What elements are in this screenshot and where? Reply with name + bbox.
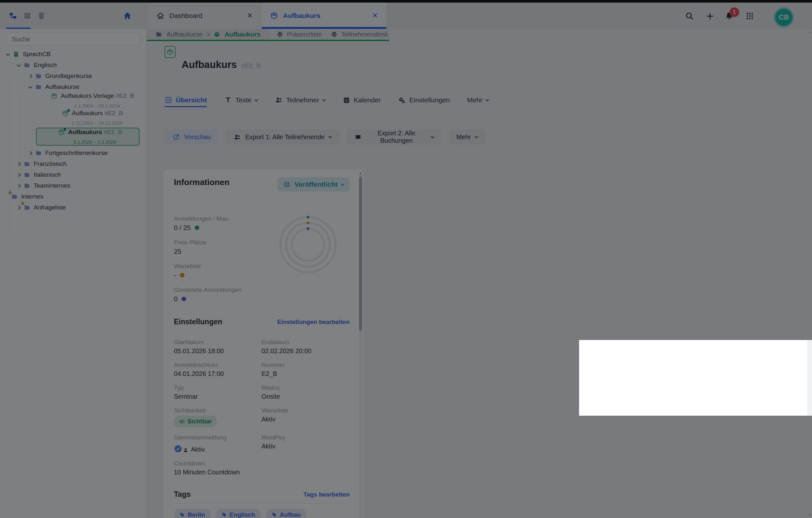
export1-button[interactable]: Export 1: Alle Teilnehmende (226, 129, 340, 145)
external-link-icon (172, 133, 180, 141)
field-value: Seminar (174, 393, 261, 400)
tool-teilnehmendenliste[interactable]: Teilnehmendenli… (330, 30, 389, 38)
tree-item-aufbaukurs-2026-selected[interactable]: Aufbaukurs #E2_B 5.1.2026 – 2.2.2026 (36, 128, 140, 146)
course-number: #E2_B (241, 62, 261, 69)
chevron-right-icon[interactable] (17, 162, 21, 166)
export2-button[interactable]: Export 2: Alle Buchungen (347, 129, 441, 145)
stat-gestartete-anmeldungen: Gestartete Anmeldungen 0 (174, 286, 350, 303)
tab-teilnehmer[interactable]: Teilnehmer (275, 96, 325, 104)
tab-einstellungen[interactable]: Einstellungen (398, 96, 450, 104)
tab-mehr[interactable]: Mehr (467, 96, 489, 104)
tree-item-fortgeschrittenenkurse[interactable]: Fortgeschrittenenkurse (0, 148, 147, 158)
chevron-right-icon[interactable] (17, 184, 21, 188)
panel-vertical-scrollbar[interactable]: ▲ ▼ (359, 172, 362, 518)
tab-uebersicht[interactable]: Übersicht (165, 96, 207, 104)
breadcrumb-course[interactable]: Aufbaukurs (225, 31, 260, 38)
chevron-right-icon[interactable] (17, 173, 21, 177)
tab-label: Aufbaukurs (283, 12, 320, 20)
app-window: Dashboard ✕ Aufbaukurs ✕ + 1 CB Au (0, 0, 812, 518)
tree-item-anfrageliste[interactable]: Anfrageliste (0, 202, 147, 213)
chevron-down-icon (328, 135, 332, 138)
button-label: Export 2: Alle Buchungen (366, 129, 427, 144)
calendar-icon (343, 96, 350, 104)
tree-item-englisch[interactable]: Englisch (0, 60, 147, 70)
course-tree: SprachCB Englisch Grundlagenkurse (0, 49, 147, 213)
tree-item-aufbaukurse[interactable]: Aufbaukurse (0, 82, 147, 92)
publish-status-dropdown[interactable]: Veröffentlicht (277, 177, 350, 191)
chevron-right-icon[interactable] (17, 206, 21, 210)
tree-view-icon[interactable] (8, 10, 19, 21)
field-label: Enddatum (261, 339, 349, 346)
close-tab-icon[interactable]: ✕ (247, 11, 253, 20)
tree-label: SprachCB (23, 51, 51, 58)
breadcrumb-bar: Aufbaukurse Aufbaukurs Präsenzliste Teil… (147, 29, 389, 41)
field-label: Nummer (261, 362, 349, 369)
tag-aufbau[interactable]: Aufbau (266, 509, 307, 518)
course-number: #E2_B (104, 129, 122, 135)
stat-value: - (174, 271, 176, 279)
home-tab-icon (156, 12, 164, 20)
field-value: 04.01.2026 17:00 (174, 370, 261, 377)
close-tab-icon[interactable]: ✕ (372, 11, 378, 20)
tree-item-internes[interactable]: Internes (0, 191, 147, 202)
apps-grid-icon[interactable] (744, 10, 755, 22)
participants-icon (233, 133, 241, 141)
tree-item-franzoesisch[interactable]: Französisch (0, 158, 147, 169)
trash-icon[interactable] (36, 10, 47, 21)
breadcrumb-separator-icon (206, 32, 210, 36)
scroll-up-arrow[interactable]: ▲ (808, 30, 811, 34)
tree-label: Italienisch (34, 171, 61, 178)
user-avatar[interactable]: CB (774, 7, 794, 27)
chevron-down-icon (474, 135, 478, 138)
sichtbar-badge: Sichtbar (174, 416, 217, 427)
informationen-panel: Informationen Veröffentlicht Anmeldungen… (163, 169, 364, 518)
browser-tab-aufbaukurs[interactable]: Aufbaukurs ✕ (262, 3, 386, 29)
scrollbar-thumb[interactable] (359, 177, 362, 331)
folder-icon (23, 171, 31, 179)
scroll-up-arrow[interactable]: ▲ (359, 171, 362, 175)
tool-praesenzliste[interactable]: Präsenzliste (276, 30, 322, 38)
chevron-down-icon (341, 182, 344, 186)
chevron-down-icon[interactable] (17, 63, 21, 67)
settings-edit-link[interactable]: Einstellungen bearbeiten (277, 318, 350, 326)
breadcrumb-folder[interactable]: Aufbaukurse (167, 31, 202, 38)
tags-edit-link[interactable]: Tags bearbeiten (303, 491, 350, 498)
vorschau-button[interactable]: Vorschau (165, 129, 219, 145)
search-input[interactable] (6, 33, 140, 45)
scroll-down-arrow[interactable]: ▼ (808, 513, 811, 517)
browser-tab-dashboard[interactable]: Dashboard ✕ (148, 3, 261, 29)
tree-item-grundlagenkurse[interactable]: Grundlagenkurse (0, 70, 147, 82)
course-dates: 5.1.2026 – 2.2.2026 (64, 139, 116, 145)
tags-row-1: Berlin Englisch Aufbau (174, 509, 350, 518)
tree-item-teaminternes[interactable]: Teaminternes (0, 180, 147, 191)
building-icon (12, 50, 20, 58)
notifications-bell-icon[interactable]: 1 (724, 10, 735, 22)
chevron-down-icon[interactable] (28, 84, 32, 89)
tree-item-aufbaukurs-2025[interactable]: Aufbaukurs #E2_B 1.12.2025 – 29.12.2025 (0, 110, 147, 126)
divider (174, 331, 350, 331)
archive-icon[interactable] (22, 10, 33, 21)
add-icon[interactable]: + (704, 10, 716, 22)
spotlight-backdrop (579, 340, 812, 416)
home-icon[interactable] (122, 10, 133, 21)
chevron-right-icon[interactable] (28, 74, 32, 78)
tag-berlin[interactable]: Berlin (174, 509, 211, 518)
tag-englisch[interactable]: Englisch (216, 509, 261, 518)
tree-item-italienisch[interactable]: Italienisch (0, 169, 147, 180)
field-label: Sammelanmeldung (174, 434, 261, 441)
chevron-right-icon[interactable] (28, 151, 32, 155)
field-label: MustPay (261, 434, 349, 441)
field-label: Warteliste (261, 407, 349, 414)
tree-item-sprachcb[interactable]: SprachCB (0, 49, 147, 60)
tab-label: Dashboard (169, 12, 202, 20)
search-icon[interactable] (684, 10, 695, 22)
mehr-button[interactable]: Mehr (448, 129, 485, 145)
chevron-down-icon (254, 98, 258, 101)
field-value: E2_B (261, 370, 349, 377)
stat-value: 25 (174, 248, 181, 255)
tab-texte[interactable]: T Texte (224, 96, 258, 104)
tab-label: Einstellungen (409, 96, 450, 104)
tab-kalender[interactable]: Kalender (343, 96, 381, 104)
tree-item-aufbaukurs-vorlage[interactable]: Aufbaukurs Vorlage #E2_B 1.1.2024 – 29.1… (0, 92, 147, 109)
chevron-down-icon[interactable] (6, 52, 10, 56)
